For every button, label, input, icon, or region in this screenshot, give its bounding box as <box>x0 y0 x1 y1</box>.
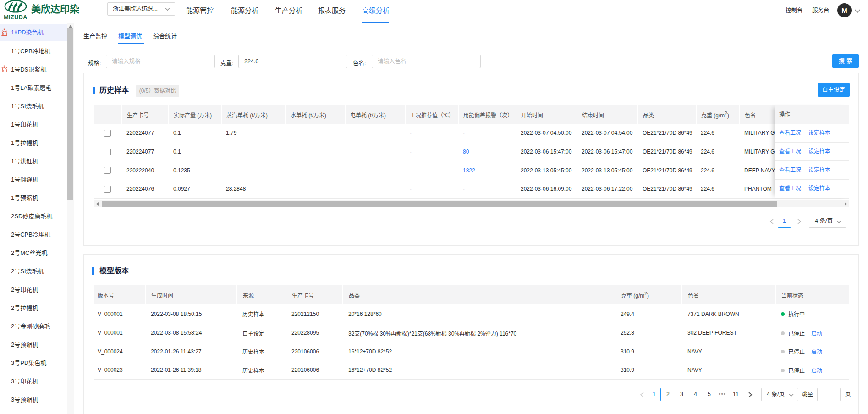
svg-text:MIZUDA: MIZUDA <box>4 14 27 21</box>
